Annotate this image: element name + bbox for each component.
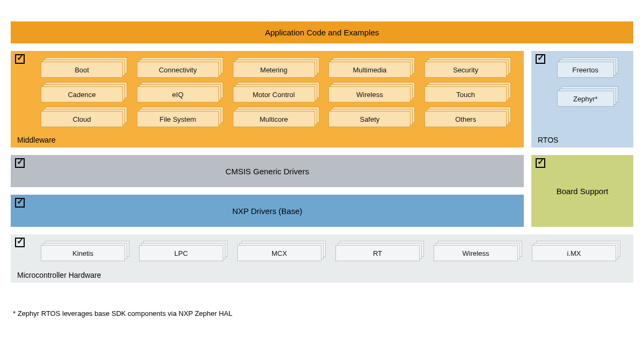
board-support-block: Board Support [531,155,633,227]
middleware-item: Connectivity [137,57,224,77]
middleware-item: File System [137,107,224,126]
hardware-item-label: RT [373,249,382,257]
rtos-item: Freertos [557,57,621,79]
hardware-item: Wireless [434,241,523,260]
banner-label: Application Code and Examples [265,28,379,37]
hardware-item-label: MCX [272,249,287,257]
middleware-item: Multicore [233,107,320,126]
middleware-block: BootConnectivityMeteringMultimediaSecuri… [11,51,524,147]
middleware-item: Security [425,57,512,77]
board-support-label: Board Support [557,187,609,196]
middleware-item-label: Security [453,66,478,74]
hardware-block: KinetisLPCMCXRTWirelessi.MX Microcontrol… [11,234,633,283]
hardware-item-label: LPC [174,249,188,257]
hardware-item: Kinetis [41,241,130,260]
middleware-item: Others [425,107,512,126]
rtos-item-label: Freertos [573,66,598,74]
middleware-item-label: Metering [260,66,288,74]
hardware-item: LPC [139,241,229,260]
hardware-item: i.MX [532,241,621,260]
check-icon [536,54,545,64]
middleware-item: Touch [425,82,512,101]
middleware-item-label: eIQ [172,91,184,99]
middleware-item: Boot [41,57,128,77]
rtos-block: FreertosZephyr* RTOS [531,51,633,147]
hardware-item-label: i.MX [567,249,581,257]
check-icon [15,158,25,168]
hardware-label: Microcontroller Hardware [17,271,101,279]
middleware-item: Cadence [41,82,128,101]
nxp-drivers-label: NXP Drivers (Base) [232,206,303,216]
check-icon [536,158,545,168]
middleware-item-label: Wireless [356,91,383,99]
hardware-item-label: Wireless [463,249,489,257]
middleware-label: Middleware [17,136,56,144]
middleware-item: Motor Control [233,82,320,101]
check-icon [15,198,25,208]
middleware-item-label: Multicore [260,115,288,123]
middleware-item: eIQ [137,82,224,101]
middleware-item: Multimedia [328,57,416,77]
middleware-item: Safety [328,107,416,126]
middleware-item-label: Cloud [73,115,91,123]
application-code-banner: Application Code and Examples [11,21,633,43]
rtos-label: RTOS [538,136,558,144]
nxp-drivers-block: NXP Drivers (Base) [11,195,524,227]
hardware-item: RT [335,241,425,260]
middleware-item-label: Touch [456,91,475,99]
middleware-item-label: Others [455,115,476,123]
hardware-item-label: Kinetis [72,249,93,257]
middleware-item-label: Safety [360,115,379,123]
diagram-container: Application Code and Examples BootConnec… [11,21,633,317]
hardware-item: MCX [237,241,327,260]
footnote: * Zephyr RTOS leverages base SDK compone… [13,309,633,317]
check-icon [15,54,25,64]
middleware-item-label: Cadence [68,91,96,99]
rtos-item-label: Zephyr* [573,95,598,103]
middleware-item-label: Connectivity [159,66,197,74]
cmsis-label: CMSIS Generic Drivers [225,167,309,176]
middleware-item-label: Boot [75,66,89,74]
middleware-item: Wireless [328,82,416,101]
middleware-item-label: Motor Control [253,91,295,99]
middleware-item: Metering [233,57,320,77]
cmsis-block: CMSIS Generic Drivers [11,155,524,187]
middleware-item-label: Multimedia [353,66,386,74]
check-icon [15,238,25,247]
middleware-item-label: File System [159,115,196,123]
rtos-item: Zephyr* [557,86,621,108]
middleware-item: Cloud [41,107,128,126]
